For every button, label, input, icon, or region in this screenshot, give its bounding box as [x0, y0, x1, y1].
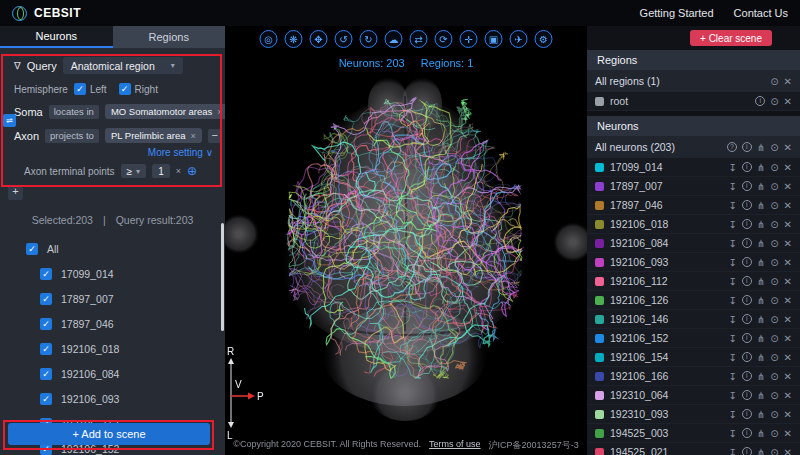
eye-icon[interactable]: ⊙	[770, 162, 778, 173]
eye-icon[interactable]: ⊙	[770, 181, 778, 192]
scene-neuron-row[interactable]: 192310_093 ↧ i ⋔ ⊙ ✕	[587, 405, 800, 424]
tab-regions[interactable]: Regions	[113, 26, 226, 48]
neuron-checkbox-row[interactable]: ✓ 192106_018	[0, 336, 225, 361]
close-icon[interactable]: ✕	[784, 295, 792, 306]
neuron-checkbox-row[interactable]: ✓ 192106_084	[0, 361, 225, 386]
cloud-icon[interactable]: ☁	[385, 30, 403, 48]
region-row[interactable]: root i ⊙ ✕	[587, 92, 800, 111]
close-icon[interactable]: ✕	[784, 142, 792, 153]
remove-value-icon[interactable]: ×	[191, 131, 196, 141]
neuron-color-swatch[interactable]	[595, 353, 604, 362]
all-regions-row[interactable]: All regions (1) ⊙ ✕	[587, 70, 800, 92]
close-icon[interactable]: ✕	[784, 314, 792, 325]
download-icon[interactable]: ↧	[728, 333, 736, 344]
remove-condition-button[interactable]: −	[208, 129, 222, 143]
slice-view-icon[interactable]: ✥	[310, 30, 328, 48]
info-icon[interactable]: i	[742, 352, 752, 362]
info-icon[interactable]: i	[742, 238, 752, 248]
add-to-scene-button[interactable]: + Add to scene	[8, 423, 210, 445]
condition-value-pill[interactable]: MO Somatomotor areas ×	[105, 104, 229, 119]
tree-icon[interactable]: ⋔	[757, 428, 765, 439]
expand-icon[interactable]: ✛	[460, 30, 478, 48]
eye-icon[interactable]: ⊙	[770, 219, 778, 230]
neuron-checkbox-row[interactable]: ✓ 192106_093	[0, 386, 225, 411]
condition-value-pill[interactable]: PL Prelimbic area ×	[105, 128, 202, 143]
add-criteria-icon[interactable]: ⊕	[187, 164, 197, 178]
neuron-color-swatch[interactable]	[595, 220, 604, 229]
scene-neuron-row[interactable]: 192106_093 ↧ i ⋔ ⊙ ✕	[587, 253, 800, 272]
close-icon[interactable]: ✕	[784, 333, 792, 344]
condition-relation-select[interactable]: projects to	[45, 129, 99, 143]
info-icon[interactable]: i	[742, 142, 752, 152]
eye-icon[interactable]: ⊙	[770, 295, 778, 306]
tree-icon[interactable]: ⋔	[757, 142, 765, 153]
tree-icon[interactable]: ⋔	[757, 238, 765, 249]
download-icon[interactable]: ↧	[728, 200, 736, 211]
download-icon[interactable]: ↧	[728, 219, 736, 230]
download-icon[interactable]: ↧	[728, 238, 736, 249]
neuron-color-swatch[interactable]	[595, 372, 604, 381]
download-icon[interactable]: ↧	[728, 352, 736, 363]
scene-neuron-row[interactable]: 192106_166 ↧ i ⋔ ⊙ ✕	[587, 367, 800, 386]
download-icon[interactable]: ↧	[728, 257, 736, 268]
info-icon[interactable]: i	[742, 257, 752, 267]
download-icon[interactable]: ↧	[728, 181, 736, 192]
close-icon[interactable]: ✕	[784, 257, 792, 268]
rotate-right-icon[interactable]: ↻	[360, 30, 378, 48]
info-icon[interactable]: i	[742, 409, 752, 419]
neuron-checkbox[interactable]: ✓	[40, 368, 52, 380]
reload-icon[interactable]: ⟳	[435, 30, 453, 48]
region-color-swatch[interactable]	[595, 97, 604, 106]
info-icon[interactable]: i	[742, 162, 752, 172]
tree-icon[interactable]: ⋔	[757, 409, 765, 420]
close-icon[interactable]: ✕	[784, 219, 792, 230]
remove-terminal-icon[interactable]: ×	[176, 166, 181, 176]
left-scrollbar[interactable]	[221, 223, 224, 331]
close-icon[interactable]: ✕	[784, 181, 792, 192]
neuron-color-swatch[interactable]	[595, 334, 604, 343]
neuron-checkbox[interactable]: ✓	[40, 318, 52, 330]
hemisphere-checkbox[interactable]: ✓	[74, 83, 86, 95]
eye-icon[interactable]: ⊙	[770, 428, 778, 439]
info-icon[interactable]: i	[742, 428, 752, 438]
swap-icon[interactable]: ⇄	[410, 30, 428, 48]
tree-icon[interactable]: ⋔	[757, 257, 765, 268]
terminal-points-input[interactable]: 1	[152, 164, 170, 178]
scene-neuron-row[interactable]: 17897_046 ↧ i ⋔ ⊙ ✕	[587, 196, 800, 215]
close-icon[interactable]: ✕	[784, 352, 792, 363]
select-all-row[interactable]: ✓ All	[0, 236, 225, 261]
close-icon[interactable]: ✕	[784, 447, 792, 455]
tree-icon[interactable]: ⋔	[757, 219, 765, 230]
scene-neuron-row[interactable]: 17897_007 ↧ i ⋔ ⊙ ✕	[587, 177, 800, 196]
info-icon[interactable]: i	[742, 333, 752, 343]
close-icon[interactable]: ✕	[784, 162, 792, 173]
download-icon[interactable]: ↧	[728, 276, 736, 287]
operator-select[interactable]: ≥ ▾	[121, 164, 147, 178]
fullscreen-icon[interactable]: ▣	[485, 30, 503, 48]
eye-icon[interactable]: ⊙	[770, 276, 778, 287]
scene-neuron-row[interactable]: 192310_064 ↧ i ⋔ ⊙ ✕	[587, 386, 800, 405]
eye-icon[interactable]: ⊙	[770, 371, 778, 382]
neuron-checkbox[interactable]: ✓	[40, 343, 52, 355]
tree-icon[interactable]: ⋔	[757, 181, 765, 192]
close-icon[interactable]: ✕	[784, 409, 792, 420]
eye-icon[interactable]: ⊙	[770, 352, 778, 363]
neuron-checkbox[interactable]: ✓	[40, 393, 52, 405]
info-icon[interactable]: i	[742, 200, 752, 210]
eye-icon[interactable]: ⊙	[770, 200, 778, 211]
condition-relation-select[interactable]: locates in	[49, 105, 99, 119]
download-icon[interactable]: ↧	[728, 390, 736, 401]
close-icon[interactable]: ✕	[784, 276, 792, 287]
neuron-checkbox-row[interactable]: ✓ 17897_007	[0, 286, 225, 311]
eye-icon[interactable]: ⊙	[770, 257, 778, 268]
eye-icon[interactable]: ⊙	[770, 314, 778, 325]
neuron-checkbox-row[interactable]: ✓ 17099_014	[0, 261, 225, 286]
info-icon[interactable]: i	[742, 314, 752, 324]
neuron-checkbox[interactable]: ✓	[40, 293, 52, 305]
neuron-color-swatch[interactable]	[595, 239, 604, 248]
info-icon[interactable]: i	[742, 276, 752, 286]
tree-icon[interactable]: ⋔	[757, 314, 765, 325]
tab-neurons[interactable]: Neurons	[0, 26, 113, 48]
tree-icon[interactable]: ⋔	[757, 295, 765, 306]
remove-value-icon[interactable]: ×	[217, 107, 222, 117]
